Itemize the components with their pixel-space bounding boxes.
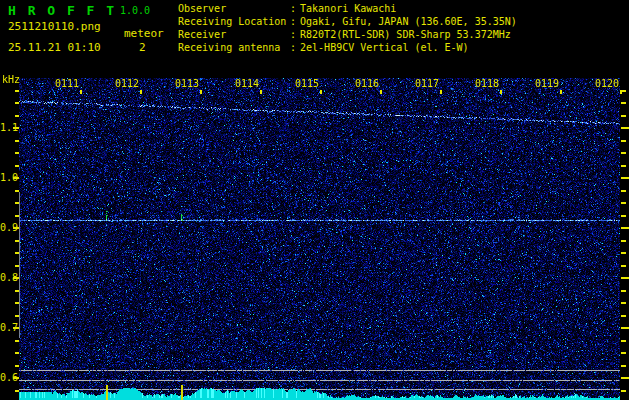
- station-row: Receiver:R820T2(RTL-SDR) SDR-Sharp 53.37…: [178, 28, 517, 41]
- right-axis-major-tick: [621, 277, 629, 279]
- freq-axis-label: 0.7: [0, 322, 13, 333]
- right-axis-minor-tick: [621, 140, 626, 142]
- station-sep: :: [290, 3, 296, 14]
- right-axis-minor-tick: [621, 102, 626, 104]
- spectrogram-canvas: [19, 78, 620, 400]
- right-axis-minor-tick: [621, 252, 626, 254]
- time-axis-label: 0118: [474, 78, 499, 89]
- station-lbl: Receiving antenna: [178, 41, 290, 54]
- hrofft-window: H R O F F T 1.0.0 2511210110.png meteor …: [0, 0, 629, 400]
- right-axis-minor-tick: [621, 90, 626, 92]
- freq-axis-minor-tick: [15, 390, 19, 392]
- station-lbl: Receiver: [178, 28, 290, 41]
- right-axis-minor-tick: [621, 340, 626, 342]
- freq-axis-major-tick: [13, 177, 19, 179]
- time-axis-tick: [560, 90, 562, 94]
- time-axis-label: 0112: [114, 78, 139, 89]
- freq-axis-label: 0.9: [0, 222, 13, 233]
- freq-axis-major-tick: [13, 377, 19, 379]
- freq-axis-unit-label: kHz: [2, 74, 20, 85]
- right-axis-major-tick: [621, 377, 629, 379]
- freq-axis-label: 1.0: [0, 172, 13, 183]
- right-axis-minor-tick: [621, 240, 626, 242]
- station-row: Observer:Takanori Kawachi: [178, 2, 517, 15]
- right-axis-minor-tick: [621, 390, 626, 392]
- freq-axis-minor-tick: [15, 152, 19, 154]
- right-axis-major-tick: [621, 177, 629, 179]
- right-axis-minor-tick: [621, 215, 626, 217]
- right-axis-major-tick: [621, 127, 629, 129]
- freq-axis-minor-tick: [15, 115, 19, 117]
- right-axis-minor-tick: [621, 365, 626, 367]
- freq-axis-minor-tick: [15, 140, 19, 142]
- left-border-guide-line: [19, 192, 20, 338]
- capture-filename: 2511210110.png: [8, 20, 101, 33]
- right-axis-minor-tick: [621, 190, 626, 192]
- capture-mode: meteor: [124, 27, 164, 40]
- right-axis-minor-tick: [621, 115, 626, 117]
- right-axis-minor-tick: [621, 165, 626, 167]
- time-axis-label: 0111: [54, 78, 79, 89]
- time-axis-label: 0113: [174, 78, 199, 89]
- freq-axis-minor-tick: [15, 340, 19, 342]
- time-axis-tick: [80, 90, 82, 94]
- time-axis-tick: [380, 90, 382, 94]
- station-val: 2el-HB9CV Vertical (el. E-W): [300, 42, 469, 53]
- station-row: Receiving antenna:2el-HB9CV Vertical (el…: [178, 41, 517, 54]
- right-axis-minor-tick: [621, 152, 626, 154]
- freq-axis-label: 0.6: [0, 372, 13, 383]
- station-sep: :: [290, 16, 296, 27]
- time-axis-label: 0115: [294, 78, 319, 89]
- time-axis-tick: [500, 90, 502, 94]
- station-val: Takanori Kawachi: [300, 3, 396, 14]
- station-row: Receiving Location:Ogaki, Gifu, JAPAN (1…: [178, 15, 517, 28]
- right-axis-major-tick: [621, 227, 629, 229]
- station-val: Ogaki, Gifu, JAPAN (136.60E, 35.35N): [300, 16, 517, 27]
- freq-axis-label: 1.1: [0, 122, 13, 133]
- app-title: H R O F F T: [8, 3, 116, 18]
- time-axis-tick: [320, 90, 322, 94]
- time-axis-label: 0117: [414, 78, 439, 89]
- time-axis-tick: [140, 90, 142, 94]
- right-axis-minor-tick: [621, 302, 626, 304]
- right-axis-major-tick: [621, 327, 629, 329]
- right-axis-minor-tick: [621, 290, 626, 292]
- station-info: Observer:Takanori KawachiReceiving Locat…: [178, 2, 517, 54]
- capture-datetime: 25.11.21 01:10: [8, 41, 101, 54]
- time-axis-label: 0119: [534, 78, 559, 89]
- time-axis-tick: [260, 90, 262, 94]
- right-axis-minor-tick: [621, 352, 626, 354]
- right-axis-minor-tick: [621, 202, 626, 204]
- right-axis-minor-tick: [621, 315, 626, 317]
- freq-axis-minor-tick: [15, 352, 19, 354]
- time-axis-label: 0114: [234, 78, 259, 89]
- time-axis-label: 0120: [594, 78, 619, 89]
- app-version: 1.0.0: [120, 5, 150, 16]
- station-val: R820T2(RTL-SDR) SDR-Sharp 53.372MHz: [300, 29, 511, 40]
- freq-axis-minor-tick: [15, 365, 19, 367]
- freq-axis-minor-tick: [15, 102, 19, 104]
- freq-axis-major-tick: [13, 127, 19, 129]
- time-axis-tick: [200, 90, 202, 94]
- station-lbl: Receiving Location: [178, 15, 290, 28]
- time-axis-label: 0116: [354, 78, 379, 89]
- freq-axis-minor-tick: [15, 90, 19, 92]
- time-axis-tick: [440, 90, 442, 94]
- freq-axis-minor-tick: [15, 165, 19, 167]
- station-sep: :: [290, 42, 296, 53]
- freq-axis-label: 0.8: [0, 272, 13, 283]
- right-axis-minor-tick: [621, 265, 626, 267]
- meteor-count: 2: [139, 41, 146, 54]
- station-sep: :: [290, 29, 296, 40]
- station-lbl: Observer: [178, 2, 290, 15]
